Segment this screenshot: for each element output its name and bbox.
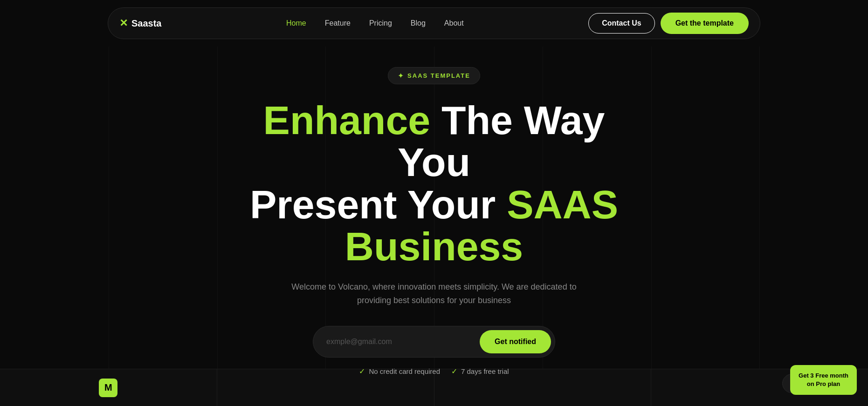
get-notified-button[interactable]: Get notified: [480, 330, 551, 353]
hero-subtitle: Welcome to Volcano, where innovation mee…: [285, 280, 583, 307]
trust-badges: ✓ No credit card required ✓ 7 days free …: [359, 367, 509, 376]
hero-section: ✦ SAAS TEMPLATE Enhance The Way You Pres…: [0, 39, 868, 376]
badge-star-icon: ✦: [398, 71, 404, 80]
strip-section-1: M: [0, 369, 217, 406]
logo-icon: ✕: [119, 17, 128, 29]
nav-item-pricing[interactable]: Pricing: [369, 19, 392, 27]
badge-text: SAAS TEMPLATE: [407, 72, 470, 79]
hero-title: Enhance The Way You Present Your SAAS Bu…: [224, 99, 644, 267]
nav-actions: Contact Us Get the template: [588, 13, 749, 34]
nav-links: Home Feature Pricing Blog About: [286, 19, 464, 27]
email-form: Get notified: [313, 326, 555, 358]
nav-item-blog[interactable]: Blog: [411, 19, 426, 27]
navbar: ✕ Saasta Home Feature Pricing Blog About…: [108, 7, 760, 39]
nav-wrapper: ✕ Saasta Home Feature Pricing Blog About…: [0, 0, 868, 39]
hero-content: ✦ SAAS TEMPLATE Enhance The Way You Pres…: [224, 67, 644, 376]
nav-item-home[interactable]: Home: [286, 19, 306, 27]
promo-line1: Get 3 Free month: [799, 372, 848, 379]
floating-group: Get 3 Free month on Pro plan ⬡ Made in F…: [782, 374, 855, 393]
logo-text: Saasta: [131, 18, 162, 29]
hero-title-white2: Present Your: [250, 182, 507, 227]
badge: ✦ SAAS TEMPLATE: [388, 67, 480, 84]
email-input[interactable]: [326, 338, 476, 346]
floating-promo-cta[interactable]: Get 3 Free month on Pro plan: [790, 365, 857, 395]
check-icon-2: ✓: [451, 367, 457, 376]
trust-text-2: 7 days free trial: [461, 367, 509, 375]
nav-item-about[interactable]: About: [444, 19, 464, 27]
strip-logo-1: M: [99, 379, 117, 397]
trust-text-1: No credit card required: [369, 367, 440, 375]
contact-us-button[interactable]: Contact Us: [588, 13, 654, 34]
hero-title-green1: Enhance: [263, 98, 430, 142]
trust-no-credit-card: ✓ No credit card required: [359, 367, 440, 376]
logo[interactable]: ✕ Saasta: [119, 17, 162, 29]
check-icon-1: ✓: [359, 367, 365, 376]
get-template-button[interactable]: Get the template: [661, 13, 749, 34]
trust-free-trial: ✓ 7 days free trial: [451, 367, 509, 376]
nav-item-feature[interactable]: Feature: [325, 19, 351, 27]
promo-line2: on Pro plan: [807, 380, 840, 387]
